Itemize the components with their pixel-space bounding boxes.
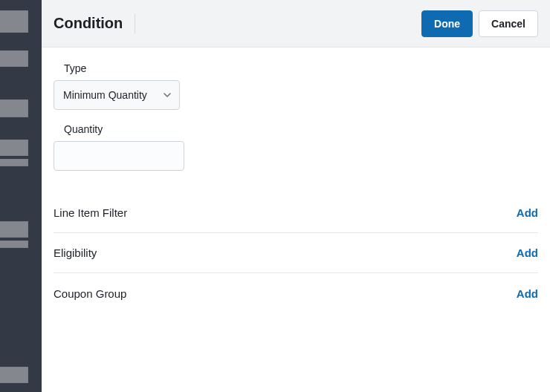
background-overlay (0, 0, 42, 392)
section-label: Coupon Group (54, 287, 126, 300)
add-button[interactable]: Add (517, 246, 538, 259)
condition-panel: Condition Done Cancel Type Minimum Quant… (42, 0, 550, 392)
add-button[interactable]: Add (517, 287, 538, 300)
type-select-value: Minimum Quantity (63, 89, 147, 101)
panel-header: Condition Done Cancel (42, 0, 550, 48)
section-list: Line Item Filter Add Eligibility Add Cou… (54, 193, 538, 313)
title-divider (135, 14, 135, 33)
panel-body: Type Minimum Quantity Quantity Line Item… (42, 48, 550, 328)
done-button-label: Done (434, 18, 460, 30)
section-row-eligibility: Eligibility Add (54, 233, 538, 273)
section-label: Eligibility (54, 246, 97, 259)
add-button[interactable]: Add (517, 206, 538, 219)
type-select[interactable]: Minimum Quantity (54, 80, 180, 110)
type-label: Type (54, 62, 538, 74)
cancel-button[interactable]: Cancel (479, 10, 538, 37)
quantity-label: Quantity (54, 123, 538, 135)
page-title: Condition (54, 15, 123, 32)
cancel-button-label: Cancel (491, 18, 525, 30)
section-label: Line Item Filter (54, 206, 127, 219)
field-quantity: Quantity (54, 123, 538, 171)
section-row-coupon-group: Coupon Group Add (54, 273, 538, 313)
section-row-line-item-filter: Line Item Filter Add (54, 193, 538, 233)
quantity-input[interactable] (54, 141, 184, 171)
chevron-down-icon (163, 91, 172, 99)
done-button[interactable]: Done (421, 10, 473, 37)
app-viewport: min Condition Done Cancel Type Mini (0, 0, 550, 392)
field-type: Type Minimum Quantity (54, 62, 538, 110)
